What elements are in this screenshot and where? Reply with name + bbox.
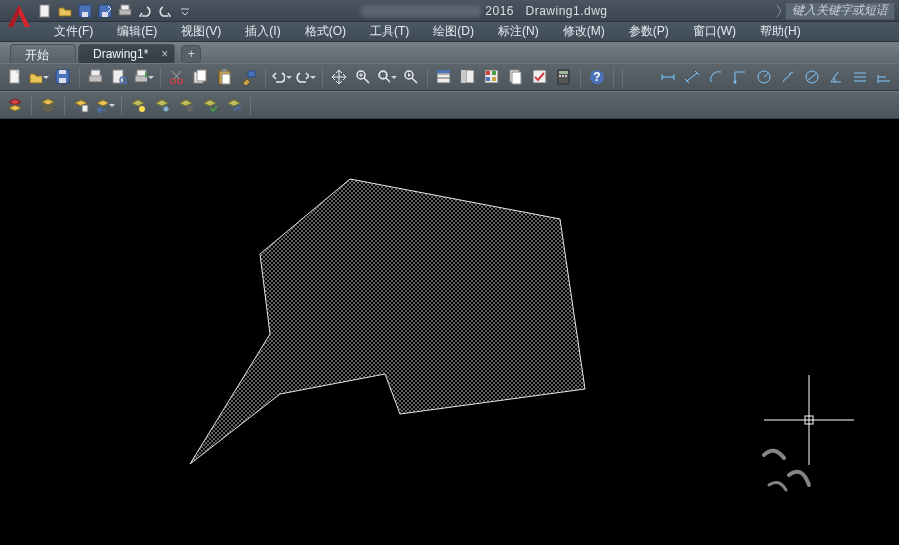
svg-rect-23: [197, 70, 206, 81]
menu-draw[interactable]: 绘图(D): [421, 21, 486, 42]
search-input[interactable]: 键入关键字或短语: [785, 2, 895, 20]
save-button[interactable]: [76, 2, 94, 20]
layer-off-icon[interactable]: [175, 94, 197, 116]
open-icon[interactable]: [28, 66, 50, 88]
menu-format[interactable]: 格式(O): [293, 21, 358, 42]
menu-edit[interactable]: 编辑(E): [105, 21, 169, 42]
separator: [160, 67, 161, 87]
qcalc-icon[interactable]: [553, 66, 575, 88]
title-bar: 2016 Drawing1.dwg 键入关键字或短语: [0, 0, 899, 22]
tab-add-button[interactable]: +: [181, 45, 201, 63]
redo-button[interactable]: [156, 2, 174, 20]
design-center-icon[interactable]: [457, 66, 479, 88]
layer-previous-icon[interactable]: [94, 94, 116, 116]
dim-diameter-icon[interactable]: [801, 66, 823, 88]
svg-rect-13: [113, 70, 123, 83]
open-button[interactable]: [56, 2, 74, 20]
svg-line-15: [125, 82, 127, 84]
svg-rect-51: [533, 70, 546, 83]
svg-line-71: [807, 73, 817, 81]
dim-ordinate-icon[interactable]: [729, 66, 751, 88]
layer-properties-icon[interactable]: [37, 94, 59, 116]
properties-icon[interactable]: [433, 66, 455, 88]
menu-window[interactable]: 窗口(W): [681, 21, 748, 42]
svg-point-67: [734, 81, 737, 84]
menu-tools[interactable]: 工具(T): [358, 21, 421, 42]
tab-start[interactable]: 开始: [10, 44, 76, 63]
save-icon[interactable]: [52, 66, 74, 88]
dim-angular-icon[interactable]: [825, 66, 847, 88]
dim-jogged-icon[interactable]: [777, 66, 799, 88]
title-year: 2016: [485, 4, 514, 18]
menu-modify[interactable]: 修改(M): [551, 21, 617, 42]
qat-dropdown[interactable]: [176, 2, 194, 20]
separator: [622, 67, 623, 87]
separator: [250, 95, 251, 115]
layer-toolbar: [0, 91, 899, 119]
cut-icon[interactable]: [166, 66, 188, 88]
plot-preview-icon[interactable]: [109, 66, 131, 88]
match-prop-icon[interactable]: [238, 66, 260, 88]
drawing-canvas[interactable]: [0, 119, 899, 545]
svg-rect-55: [562, 75, 564, 77]
tab-drawing1[interactable]: Drawing1*: [78, 44, 175, 63]
menu-file[interactable]: 文件(F): [42, 21, 105, 42]
layer-states-icon[interactable]: [70, 94, 92, 116]
menu-dim[interactable]: 标注(N): [486, 21, 551, 42]
paste-icon[interactable]: [214, 66, 236, 88]
separator: [580, 67, 581, 87]
plot-button[interactable]: [116, 2, 134, 20]
document-tabs: 开始 Drawing1* +: [0, 42, 899, 63]
dim-linear-icon[interactable]: [657, 66, 679, 88]
layer-freeze-icon[interactable]: [151, 94, 173, 116]
markup-icon[interactable]: [529, 66, 551, 88]
separator: [322, 67, 323, 87]
layer-match-icon[interactable]: [223, 94, 245, 116]
menu-help[interactable]: 帮助(H): [748, 21, 813, 42]
svg-rect-6: [121, 5, 129, 10]
dim-radius-icon[interactable]: [753, 66, 775, 88]
dim-arc-icon[interactable]: [705, 66, 727, 88]
svg-line-29: [364, 78, 369, 83]
svg-rect-17: [137, 70, 146, 76]
plot-icon[interactable]: [85, 66, 107, 88]
zoom-realtime-icon[interactable]: [352, 66, 374, 88]
copy-icon[interactable]: [190, 66, 212, 88]
svg-point-19: [178, 79, 183, 84]
svg-rect-25: [222, 74, 230, 84]
unsaved-layer-icon[interactable]: [4, 94, 26, 116]
svg-rect-10: [59, 70, 66, 74]
saveas-button[interactable]: [96, 2, 114, 20]
tool-palettes-icon[interactable]: [481, 66, 503, 88]
menu-insert[interactable]: 插入(I): [233, 21, 292, 42]
svg-rect-12: [91, 70, 100, 76]
undo-icon[interactable]: [271, 66, 293, 88]
menu-bar: 文件(F) 编辑(E) 视图(V) 插入(I) 格式(O) 工具(T) 绘图(D…: [0, 22, 899, 42]
layer-isolate-icon[interactable]: [127, 94, 149, 116]
qnew-icon[interactable]: [4, 66, 26, 88]
publish-icon[interactable]: [133, 66, 155, 88]
svg-rect-2: [82, 12, 88, 17]
standard-toolbar: ?: [0, 63, 899, 91]
title-filename: Drawing1.dwg: [526, 4, 608, 18]
svg-rect-80: [82, 105, 88, 112]
zoom-window-icon[interactable]: [376, 66, 398, 88]
sheet-set-icon[interactable]: [505, 66, 527, 88]
pan-icon[interactable]: [328, 66, 350, 88]
dim-aligned-icon[interactable]: [681, 66, 703, 88]
redo-icon[interactable]: [295, 66, 317, 88]
qnew-button[interactable]: [36, 2, 54, 20]
svg-rect-43: [461, 70, 466, 83]
layer-make-current-icon[interactable]: [199, 94, 221, 116]
hatched-polygon: [185, 174, 615, 474]
dim-baseline-icon[interactable]: [873, 66, 895, 88]
title-divider: [775, 4, 783, 18]
separator: [613, 67, 614, 87]
menu-param[interactable]: 参数(P): [617, 21, 681, 42]
dim-quick-icon[interactable]: [849, 66, 871, 88]
help-icon[interactable]: ?: [586, 66, 608, 88]
zoom-previous-icon[interactable]: [400, 66, 422, 88]
undo-button[interactable]: [136, 2, 154, 20]
menu-view[interactable]: 视图(V): [169, 21, 233, 42]
quick-access-toolbar: [36, 2, 194, 20]
